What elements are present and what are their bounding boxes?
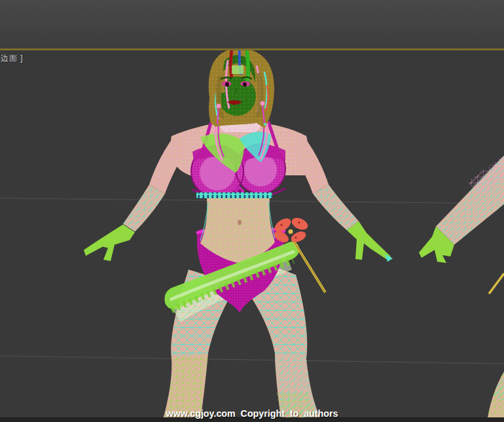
watermark-text: www.cgjoy.com Copyright to authors (166, 408, 338, 419)
second-stick (489, 273, 504, 294)
left-arm (84, 135, 190, 261)
active-viewport-border (0, 48, 504, 50)
right-hand (347, 221, 391, 260)
scene-canvas[interactable] (0, 0, 504, 422)
main-character-model[interactable] (84, 48, 393, 422)
nose (236, 88, 236, 94)
right-arm (288, 135, 393, 262)
left-hand (84, 224, 135, 261)
second-character-model[interactable] (419, 156, 504, 422)
top-panel-strip (0, 0, 504, 49)
head (209, 48, 274, 128)
viewport-shading-label[interactable]: 边面 ] (1, 54, 24, 63)
bra-under-band (196, 192, 272, 198)
3d-viewport-window: 边面 ] (0, 0, 504, 422)
